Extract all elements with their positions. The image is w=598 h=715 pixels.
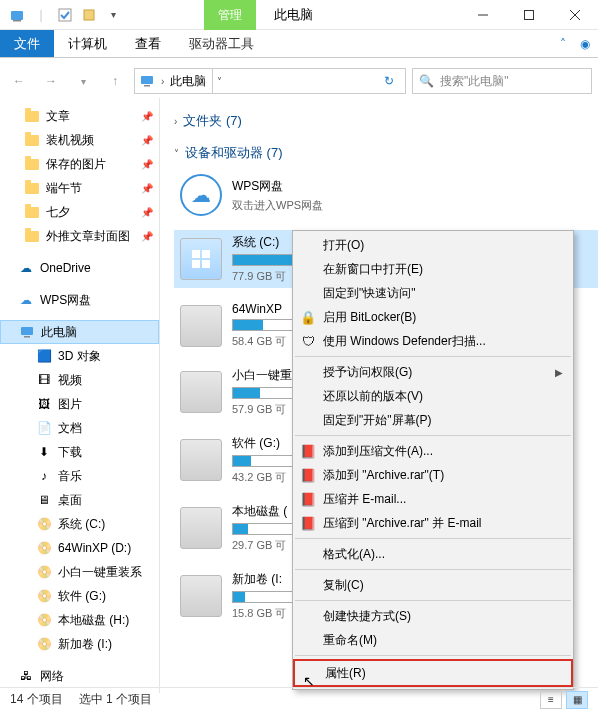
maximize-button[interactable] <box>506 0 552 30</box>
menu-item[interactable]: 打开(O) <box>293 233 573 257</box>
tree-onedrive[interactable]: ☁OneDrive <box>0 256 159 280</box>
forward-button[interactable]: → <box>38 68 64 94</box>
search-icon: 🔍 <box>419 74 434 88</box>
drive-icon <box>180 371 222 413</box>
folder-icon <box>24 228 40 244</box>
menu-item-label: 属性(R) <box>325 665 366 682</box>
tree-item[interactable]: 七夕📌 <box>0 200 159 224</box>
menu-item[interactable]: 固定到"快速访问" <box>293 281 573 305</box>
folder-icon <box>24 156 40 172</box>
menu-item[interactable]: 🔒启用 BitLocker(B) <box>293 305 573 329</box>
recent-locations-icon[interactable]: ▾ <box>70 68 96 94</box>
view-details-button[interactable]: ≡ <box>540 691 562 709</box>
menu-item[interactable]: 在新窗口中打开(E) <box>293 257 573 281</box>
menu-item[interactable]: 📕压缩到 "Archive.rar" 并 E-mail <box>293 511 573 535</box>
pin-icon: 📌 <box>141 159 153 170</box>
cloud-icon: ☁ <box>18 260 34 276</box>
tree-item[interactable]: 📀软件 (G:) <box>0 584 159 608</box>
address-bar[interactable]: › 此电脑 ˅ ↻ <box>134 68 406 94</box>
expand-ribbon-icon[interactable]: ˄ <box>560 37 566 51</box>
view-tiles-button[interactable]: ▦ <box>566 691 588 709</box>
menu-item-label: 添加到压缩文件(A)... <box>323 443 433 460</box>
tab-view[interactable]: 查看 <box>121 30 175 57</box>
search-input[interactable]: 🔍 搜索"此电脑" <box>412 68 592 94</box>
tree-item[interactable]: 📀本地磁盘 (H:) <box>0 608 159 632</box>
tree-label: 软件 (G:) <box>58 588 106 605</box>
tree-label: 端午节 <box>46 180 82 197</box>
address-dropdown-icon[interactable]: ˅ <box>212 69 226 93</box>
refresh-button[interactable]: ↻ <box>377 74 401 88</box>
breadcrumb[interactable]: 此电脑 <box>170 73 206 90</box>
menu-item[interactable]: 📕添加到压缩文件(A)... <box>293 439 573 463</box>
item-icon: ⬇ <box>36 444 52 460</box>
tree-item[interactable]: 装机视频📌 <box>0 128 159 152</box>
tree-item[interactable]: 📀64WinXP (D:) <box>0 536 159 560</box>
folder-icon <box>24 132 40 148</box>
tree-item[interactable]: 📀小白一键重装系 <box>0 560 159 584</box>
item-icon: 📀 <box>36 516 52 532</box>
tree-item[interactable]: ♪音乐 <box>0 464 159 488</box>
menu-item[interactable]: 重命名(M) <box>293 628 573 652</box>
back-button[interactable]: ← <box>6 68 32 94</box>
menu-item[interactable]: 还原以前的版本(V) <box>293 384 573 408</box>
menu-item[interactable]: 📕添加到 "Archive.rar"(T) <box>293 463 573 487</box>
menu-item[interactable]: 固定到"开始"屏幕(P) <box>293 408 573 432</box>
close-button[interactable] <box>552 0 598 30</box>
context-menu: 打开(O)在新窗口中打开(E)固定到"快速访问"🔒启用 BitLocker(B)… <box>292 230 574 690</box>
tree-label: OneDrive <box>40 261 91 275</box>
svg-rect-12 <box>192 250 200 258</box>
tree-item[interactable]: 📀系统 (C:) <box>0 512 159 536</box>
tab-file[interactable]: 文件 <box>0 30 54 57</box>
tab-computer[interactable]: 计算机 <box>54 30 121 57</box>
menu-item-label: 固定到"开始"屏幕(P) <box>323 412 432 429</box>
group-devices[interactable]: ˅ 设备和驱动器 (7) <box>174 144 598 162</box>
tree-item[interactable]: 📀新加卷 (I:) <box>0 632 159 656</box>
menu-item-icon: 🛡 <box>299 334 317 349</box>
menu-item-icon: 🔒 <box>299 310 317 325</box>
tree-this-pc[interactable]: 此电脑 <box>0 320 159 344</box>
quick-access-toolbar: | ▾ <box>0 4 124 26</box>
tree-item[interactable]: 🎞视频 <box>0 368 159 392</box>
tree-label: 音乐 <box>58 468 82 485</box>
tree-wps[interactable]: ☁WPS网盘 <box>0 288 159 312</box>
menu-item[interactable]: 复制(C) <box>293 573 573 597</box>
tree-item[interactable]: 端午节📌 <box>0 176 159 200</box>
tree-item[interactable]: 保存的图片📌 <box>0 152 159 176</box>
crumb-arrow-icon[interactable]: › <box>161 76 164 87</box>
qat-checkbox-icon[interactable] <box>54 4 76 26</box>
minimize-button[interactable] <box>460 0 506 30</box>
menu-item[interactable]: 📕压缩并 E-mail... <box>293 487 573 511</box>
tree-item[interactable]: 📄文档 <box>0 416 159 440</box>
tree-label: 装机视频 <box>46 132 94 149</box>
nav-tree: 文章📌装机视频📌保存的图片📌端午节📌七夕📌外推文章封面图📌☁OneDrive☁W… <box>0 98 160 693</box>
tree-item[interactable]: ⬇下载 <box>0 440 159 464</box>
svg-rect-10 <box>21 327 33 335</box>
tree-item[interactable]: 文章📌 <box>0 104 159 128</box>
tree-item[interactable]: 🟦3D 对象 <box>0 344 159 368</box>
menu-item-label: 在新窗口中打开(E) <box>323 261 423 278</box>
menu-separator <box>295 655 571 656</box>
tree-label: 文档 <box>58 420 82 437</box>
tree-item[interactable]: 外推文章封面图📌 <box>0 224 159 248</box>
menu-item[interactable]: 格式化(A)... <box>293 542 573 566</box>
help-icon[interactable]: ◉ <box>580 37 590 51</box>
tree-item[interactable]: 🖥桌面 <box>0 488 159 512</box>
up-button[interactable]: ↑ <box>102 68 128 94</box>
tree-network[interactable]: 🖧网络 <box>0 664 159 688</box>
menu-item-label: 重命名(M) <box>323 632 377 649</box>
properties-icon[interactable] <box>78 4 100 26</box>
tree-label: 此电脑 <box>41 324 77 341</box>
manage-tab[interactable]: 管理 <box>204 0 256 30</box>
tree-item[interactable]: 🖼图片 <box>0 392 159 416</box>
menu-item[interactable]: 🛡使用 Windows Defender扫描... <box>293 329 573 353</box>
qat-dropdown-icon[interactable]: ▾ <box>102 4 124 26</box>
menu-item[interactable]: 属性(R)↖ <box>293 659 573 687</box>
title-bar: | ▾ 管理 此电脑 <box>0 0 598 30</box>
svg-rect-13 <box>202 250 210 258</box>
group-folders[interactable]: › 文件夹 (7) <box>174 112 598 130</box>
tab-drive-tools[interactable]: 驱动器工具 <box>175 30 268 57</box>
menu-item[interactable]: 授予访问权限(G)▶ <box>293 360 573 384</box>
menu-item[interactable]: 创建快捷方式(S) <box>293 604 573 628</box>
wps-drive-item[interactable]: ☁ WPS网盘 双击进入WPS网盘 <box>174 170 598 220</box>
item-icon: 📄 <box>36 420 52 436</box>
